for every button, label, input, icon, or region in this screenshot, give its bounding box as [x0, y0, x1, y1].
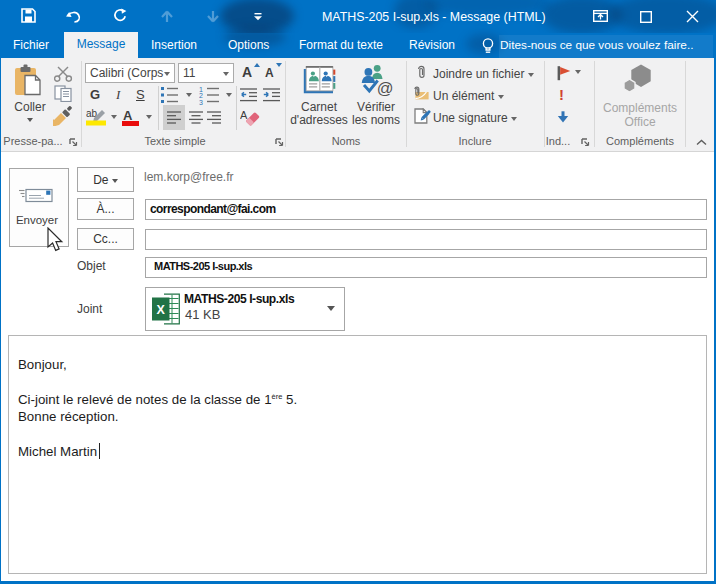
svg-text:3: 3 — [199, 99, 203, 106]
svg-text:@: @ — [377, 79, 393, 96]
svg-text:X: X — [156, 303, 165, 317]
svg-text:A: A — [240, 109, 248, 121]
